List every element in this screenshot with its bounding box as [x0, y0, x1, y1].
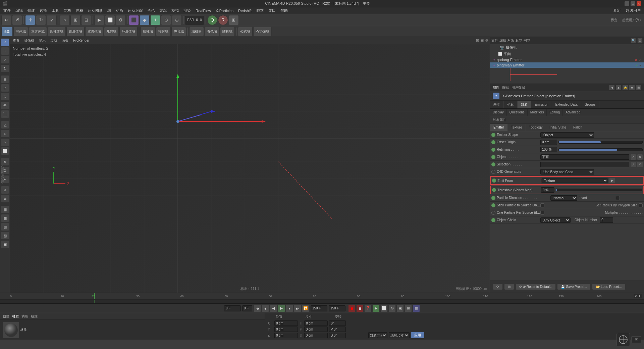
sidebar-s17[interactable]: ▧	[1, 223, 9, 231]
mode-cylinder[interactable]: 圆柱体域	[48, 27, 66, 36]
mode-random[interactable]: 随机域	[220, 27, 235, 36]
emit-from-right-icon[interactable]: ▶	[609, 178, 615, 183]
coord-z-size[interactable]	[304, 333, 328, 338]
props-icon-lock[interactable]: 🔒	[623, 85, 628, 90]
menu-script[interactable]: 脚本	[254, 7, 266, 14]
sidebar-s5[interactable]: ⬛	[1, 110, 9, 118]
menu-create[interactable]: 创建	[25, 7, 37, 14]
checkbox-stick[interactable]	[540, 203, 544, 207]
menu-redshift[interactable]: Redshift	[236, 8, 254, 13]
bullet-threshold[interactable]	[492, 188, 496, 192]
coord-z-pos[interactable]	[274, 333, 298, 338]
coord-apply-button[interactable]: 应用	[411, 332, 424, 338]
sidebar-s9[interactable]: ⬜	[1, 147, 9, 155]
extra-btn-2[interactable]: R	[218, 15, 228, 25]
bullet-object[interactable]	[491, 155, 495, 159]
menu-motion-track[interactable]: 运动追踪	[126, 7, 145, 14]
menu-tools[interactable]: 工具	[50, 7, 61, 14]
sidebar-s1[interactable]: ⊞	[1, 75, 9, 83]
mode-sphere[interactable]: 球体域	[13, 27, 28, 36]
qudong-x-icon[interactable]: ✕	[635, 58, 637, 62]
go-end-button[interactable]: ⏭	[294, 305, 301, 312]
mode-line[interactable]: 线性域	[141, 27, 155, 36]
menu-xparticles[interactable]: X-Particles	[214, 8, 235, 13]
xparticles-3-button[interactable]: ✦	[150, 15, 160, 25]
dropdown-particle-dir[interactable]: Normal Tangent Random	[550, 195, 577, 201]
subtab-advanced[interactable]: Advanced	[563, 109, 583, 116]
bullet-selection[interactable]	[491, 162, 495, 166]
xparticles-2-button[interactable]: ◆	[140, 15, 150, 25]
slider-threshold[interactable]	[556, 189, 642, 191]
redo-button[interactable]: ↺	[12, 15, 22, 25]
sidebar-s15[interactable]: ▦	[1, 205, 9, 213]
menu-mograph[interactable]: 运动图形	[86, 7, 105, 14]
sidebar-s6[interactable]: △	[1, 121, 9, 129]
stop-record-button[interactable]: ⏹	[356, 305, 364, 312]
mode-look[interactable]: 看色域	[205, 27, 219, 36]
sidebar-s2[interactable]: ⊕	[1, 84, 9, 92]
btab-function[interactable]: 功能	[21, 314, 28, 319]
emitter-tab-topology[interactable]: Topology	[526, 124, 546, 131]
loop-button[interactable]: 🔁	[302, 305, 309, 312]
sidebar-scale[interactable]: ⤢	[1, 56, 9, 64]
obj-menu-object[interactable]: 对象	[507, 38, 514, 43]
menu-select[interactable]: 选择	[38, 7, 49, 14]
menu-simulate[interactable]: 模拟	[169, 7, 181, 14]
sidebar-s14[interactable]: ⧉	[1, 195, 9, 203]
tab-groups[interactable]: Groups	[581, 101, 599, 108]
sidebar-s3[interactable]: ⊙	[1, 93, 9, 101]
tab-object[interactable]: 对象	[518, 101, 531, 108]
sidebar-move[interactable]: ✛	[1, 47, 9, 55]
xparticles-1-button[interactable]: ⬛	[129, 15, 139, 25]
menu-game[interactable]: 游戏	[157, 7, 169, 14]
props-icon-up[interactable]: ▲	[616, 85, 621, 90]
props-icon-expand[interactable]: ⊞	[636, 85, 641, 90]
mode-irregular[interactable]: 胶囊体域	[85, 27, 103, 36]
fps-input[interactable]	[329, 305, 345, 311]
parent-axis-button[interactable]: ⊟	[81, 15, 91, 25]
coord-y-rot[interactable]	[329, 327, 346, 332]
xp-btn-3[interactable]: ⊙	[388, 305, 396, 312]
world-axis-button[interactable]: ⊞	[70, 15, 80, 25]
xp-btn-4[interactable]: ▣	[396, 305, 404, 312]
vp-panel[interactable]: 面板	[60, 38, 70, 43]
checkbox-one-particle[interactable]	[540, 211, 544, 215]
object-link-icon[interactable]: ↗	[631, 154, 636, 160]
sidebar-rotate[interactable]: ↻	[1, 64, 9, 72]
obj-menu-tag[interactable]: 标签	[516, 38, 522, 43]
sidebar-s13[interactable]: ⊛	[1, 186, 9, 194]
mode-torus[interactable]: 环形体域	[119, 27, 138, 36]
object-clear-icon[interactable]: ✕	[637, 154, 643, 160]
vp-icon-2[interactable]: ▣	[480, 38, 484, 43]
sidebar-select[interactable]: ↗	[1, 38, 9, 46]
emitter-tab-initial[interactable]: Initial State	[546, 124, 570, 131]
sidebar-s16[interactable]: ▩	[1, 214, 9, 222]
menu-character[interactable]: 角色	[145, 7, 157, 14]
input-offset[interactable]	[540, 140, 557, 145]
menu-mesh[interactable]: 网格	[62, 7, 73, 14]
slider-retiming[interactable]	[558, 148, 643, 151]
extra-btn-1[interactable]: Q	[207, 15, 217, 25]
xparticles-4-button[interactable]: ⊙	[161, 15, 171, 25]
play-forward-button[interactable]: ▶	[278, 305, 285, 312]
current-frame-input[interactable]	[224, 305, 241, 311]
coord-y-size[interactable]	[304, 327, 328, 332]
props-menu-attr[interactable]: 属性	[493, 85, 499, 90]
vp-filter[interactable]: 过滤	[49, 38, 58, 43]
sidebar-s10[interactable]: ⊗	[1, 158, 9, 166]
dropdown-c4d-gen[interactable]: Use Body and Caps Body Only Caps Only	[540, 169, 594, 174]
minimize-button[interactable]: —	[625, 1, 629, 6]
obj-item-camera[interactable]: 📷 摄像机 ✓	[490, 44, 644, 51]
timeline-playhead[interactable]	[94, 293, 95, 299]
tab-basic[interactable]: 基本	[490, 101, 504, 108]
vp-prorender[interactable]: ProRender	[72, 38, 91, 43]
input-object[interactable]	[540, 154, 629, 160]
obj-item-pingmian[interactable]: ✦ pingmian Emitter ✓ ●	[490, 62, 644, 68]
vp-icon-3[interactable]: ⚙	[485, 38, 488, 43]
close-button[interactable]: ✕	[637, 1, 641, 6]
load-preset-button[interactable]: 📂 Load Preset...	[592, 284, 625, 290]
input-obj-number[interactable]	[600, 217, 613, 223]
emitter-tab-falloff[interactable]: Falloff	[570, 124, 586, 131]
subtab-display[interactable]: Display	[490, 109, 507, 116]
xp-btn-1[interactable]: ▶	[372, 305, 380, 312]
